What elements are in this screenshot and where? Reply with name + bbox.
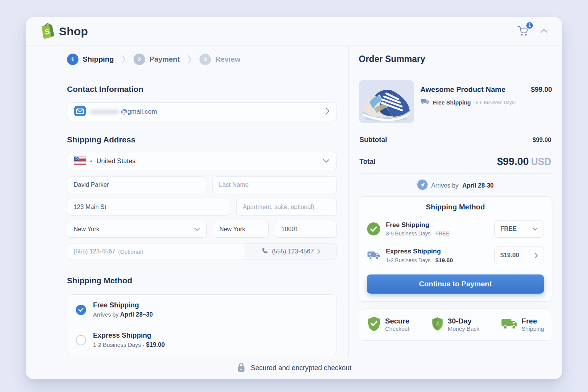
chevron-down-icon [194,226,200,233]
continue-to-payment-button[interactable]: Continue to Payment [367,274,544,294]
chevron-down-icon [323,158,330,165]
chevron-right-icon [325,107,330,116]
money-back-badge: 30-Day Money Back [431,316,480,333]
step-number: 3 [199,54,211,65]
brand[interactable]: S Shop [38,22,88,41]
product-price: $99.00 [531,86,552,94]
radio-unselected-icon[interactable] [76,335,86,345]
product-shipping-label: Free Shipping [433,99,471,106]
header: S Shop 1 [26,17,562,46]
phone-optional-label: (Optional) [118,248,143,255]
radio-selected-icon[interactable] [76,305,86,315]
subtotal-row: Subtotal $99.00 [359,130,552,150]
subtotal-label: Subtotal [359,136,387,144]
free-shipping-badge: Free Shipping [501,317,544,332]
shipping-method-card: Shipping Method Free Shipping 3-5 Busine… [359,196,552,302]
express-truck-icon [367,250,381,260]
apartment-input[interactable] [236,199,337,216]
phone-suggestion-value: (555) 123-4567 [272,248,314,255]
product-image [359,80,414,123]
zip-input[interactable] [275,221,337,238]
order-summary-title: Order Summary [359,54,425,64]
first-name-input[interactable] [67,176,206,193]
method-title: Express Shipping [386,248,489,255]
arrives-date: April 28-30 [462,182,494,189]
delivery-plane-icon [417,180,428,191]
free-shipping-option[interactable]: Free Shipping Arrives by April 28–30 [67,295,336,325]
cart-button[interactable]: 1 [517,24,530,38]
street-address-input[interactable] [67,199,230,216]
email-row[interactable]: xxxxxxx@gmail.com [67,102,337,121]
email-value: xxxxxxx@gmail.com [91,108,157,116]
step-number: 1 [67,54,78,65]
express-shipping-option[interactable]: Express Shipping 1-2 Business Days · $19… [67,325,336,355]
phone-row: (555) 123-4567 (Optional) (555) 123-4567 [67,243,337,260]
shield-icon [431,316,444,333]
country-select[interactable]: United States [67,152,337,170]
express-price: $19.00 [435,257,453,263]
free-button-label: FREE [500,225,517,232]
shop-bag-logo-icon: S [38,22,54,41]
envelope-icon [74,106,86,118]
arrives-prefix: Arrives by [431,182,459,189]
checkout-card: S Shop 1 [26,17,562,379]
express-price-select[interactable]: $19.00 [494,247,544,264]
step-label: Payment [149,55,180,64]
method-subtitle: 3-5 Business Days · FREE [386,230,489,237]
email-redacted: xxxxxxx [91,108,119,116]
phone-input[interactable]: (555) 123-4567 (Optional) [67,243,245,260]
cart-icon [517,31,530,38]
phone-suggestion-button[interactable]: (555) 123-4567 [245,243,336,260]
brand-name: Shop [59,25,88,38]
total-row: Total $99.00USD [359,150,552,174]
last-name-input[interactable] [212,176,337,193]
chevron-down-icon [532,227,538,231]
chevron-up-icon[interactable] [540,28,548,35]
trust-badges: Secure Checkout 3 [359,309,552,341]
header-actions: 1 [517,24,548,38]
cart-count-badge: 1 [526,21,534,29]
badge-line1: 30-Day [448,317,480,325]
option-title: Free Shipping [93,301,153,309]
step-separator-icon [121,54,126,64]
total-value: $99.00 [497,156,529,167]
main-column: 1 Shipping 2 Payment 3 Review [26,46,348,357]
secure-footer: Secured and encrypted checkout [26,357,562,379]
step-label: Review [215,55,240,64]
product-row: Awesome Product Name $99.00 [359,79,552,130]
shipping-method-heading: Shipping Method [67,276,337,285]
badge-line2: Checkout [385,325,409,332]
state-value: New York [74,226,100,233]
dot-separator [90,160,92,162]
shipping-method-card-title: Shipping Method [367,203,544,211]
contact-heading: Contact Information [67,85,337,94]
lock-icon [237,362,246,374]
step-separator-icon [187,54,192,64]
option-subtitle: Arrives by April 28–30 [93,311,153,318]
express-days: 1-2 Business Days · [93,341,144,348]
method-title: Free Shipping [386,221,489,229]
city-input[interactable] [213,221,269,238]
step-review[interactable]: 3 Review [199,54,240,65]
check-circle-icon [367,222,381,235]
step-payment[interactable]: 2 Payment [134,54,180,65]
phone-icon [261,247,268,256]
total-currency: USD [531,156,551,167]
express-shipping-row[interactable]: Express Shipping 1-2 Business Days · $19… [367,242,544,268]
arrives-prefix: Arrives by [93,311,119,318]
secure-checkout-badge: Secure Checkout [367,316,409,333]
step-shipping[interactable]: 1 Shipping [67,54,114,65]
state-select[interactable]: New York [67,221,207,238]
free-price-select[interactable]: FREE [494,220,544,238]
express-button-label: $19.00 [500,252,519,259]
free-shipping-row[interactable]: Free Shipping 3-5 Business Days · FREE F… [367,216,544,242]
arrival-estimate: Arrives by April 28-30 [359,174,552,196]
method-subtitle: 1-2 Business Days · $19.00 [386,257,489,263]
truck-icon [420,98,429,106]
address-heading: Shipping Address [67,135,337,144]
product-shipping-note: (3-5 Business Days) [474,100,516,105]
green-truck-icon [501,317,518,332]
us-flag-icon [74,157,86,166]
option-title: Express Shipping [93,332,165,340]
total-label: Total [359,158,376,166]
